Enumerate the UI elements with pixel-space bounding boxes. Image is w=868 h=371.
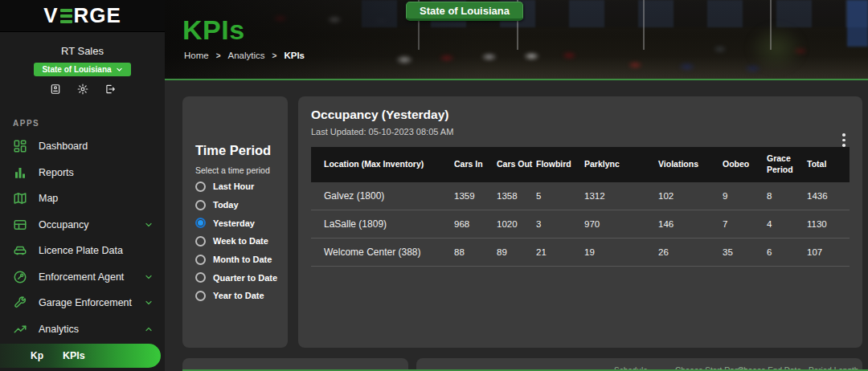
cell-parklync: 19 [584,247,658,257]
chevron-down-icon [144,298,154,308]
state-sign-badge: State of Louisiana [406,2,523,21]
breadcrumb-analytics[interactable]: Analytics [228,51,265,60]
time-period-panel: Time Period Select a time period Last Ho… [182,96,288,348]
sidebar-item-enforcement-agent[interactable]: Enforcement Agent [0,264,165,291]
kebab-menu-icon[interactable] [838,133,850,148]
settings-gear-icon[interactable] [77,84,88,95]
cell-oobeo: 7 [723,219,767,229]
logo-letters-rge: RGE [74,3,121,28]
agent-circle-icon [13,270,27,284]
radio-year-to-date[interactable]: Year to Date [195,287,276,305]
cell-violations: 146 [658,219,723,229]
breadcrumb-home[interactable]: Home [184,51,209,60]
region-dropdown[interactable]: State of Louisiana [34,63,130,76]
map-icon [13,191,27,206]
logout-icon[interactable] [104,84,116,95]
verge-logo: V RGE [43,3,121,28]
cell-parklync: 1312 [584,191,658,201]
content-area: Time Period Select a time period Last Ho… [165,82,868,371]
cell-location: LaSalle (1809) [311,218,454,230]
sidebar-item-occupancy[interactable]: Occupancy [0,212,165,238]
sidebar-item-label: Garage Enforcement [39,297,144,308]
table-row-lasalle: LaSalle (1809) 968 1020 3 970 146 7 4 11… [311,210,850,238]
account-section: RT Sales State of Louisiana [0,32,165,95]
occupancy-panel: Occupancy (Yesterday) Last Updated: 05-1… [298,96,862,348]
breadcrumb: Home > Analytics > KPIs [184,51,305,60]
cell-cars-in: 88 [454,247,497,257]
radio-circle-icon [195,272,206,283]
sidebar-item-dashboard[interactable]: Dashboard [0,133,165,160]
layout-icon [13,218,27,232]
breadcrumb-separator: > [216,51,221,60]
col-cars-out: Cars Out [497,154,536,175]
col-violations: Violations [658,154,723,175]
sidebar-item-map[interactable]: Map [0,186,165,212]
col-parklync: Parklync [584,154,658,175]
col-oobeo: Oobeo [723,154,767,175]
radio-circle-icon [195,255,206,265]
sidebar-item-reports[interactable]: Reports [0,160,165,186]
radio-label: Month to Date [213,255,272,264]
cell-flowbird: 5 [536,191,584,201]
id-badge-icon[interactable] [50,84,61,95]
account-name: RT Sales [0,45,165,57]
table-row-galvez: Galvez (1800) 1359 1358 5 1312 102 9 8 1… [311,182,850,210]
cell-violations: 102 [658,191,723,201]
table-header-row: Location (Max Inventory) Cars In Cars Ou… [311,147,850,182]
cell-total: 1130 [807,219,850,229]
apps-section-label: APPS [13,119,165,128]
cell-oobeo: 9 [723,191,767,201]
sidebar-item-label: Licence Plate Data [39,245,154,256]
radio-week-to-date[interactable]: Week to Date [195,232,276,251]
sidebar-item-label: Analytics [39,324,144,335]
dashboard-grid-icon [13,139,27,153]
cell-cars-out: 1358 [497,191,536,201]
radio-quarter-to-date[interactable]: Quarter to Date [195,268,276,287]
col-grace-period: Grace Period [767,149,807,180]
col-location: Location (Max Inventory) [311,154,454,175]
chevron-up-icon [144,324,154,334]
chevron-down-icon [116,66,123,73]
occupancy-title: Occupancy (Yesterday) [311,108,850,122]
sidebar-item-label: Map [39,193,154,204]
radio-label: Quarter to Date [213,273,277,283]
cell-cars-in: 1359 [454,191,497,201]
radio-yesterday-selected[interactable]: Yesterday [195,214,276,232]
time-period-subtitle: Select a time period [195,165,276,175]
cell-violations: 26 [658,247,723,257]
occupancy-last-updated: Last Updated: 05-10-2023 08:05 AM [311,127,850,137]
sidebar-item-analytics[interactable]: Analytics [0,316,165,343]
time-period-title: Time Period [195,143,276,158]
region-dropdown-label: State of Louisiana [42,65,111,74]
sidebar-item-label: Enforcement Agent [39,271,144,283]
page-title: KPIs [182,14,245,46]
col-flowbird: Flowbird [536,154,584,175]
col-total: Total [807,154,850,175]
radio-circle-icon [195,291,206,301]
sidebar-item-label: Occupancy [39,219,144,230]
radio-label: Week to Date [213,236,268,246]
radio-label: Last Hour [213,181,254,191]
radio-label: Today [213,200,239,210]
sidebar-item-garage-enforcement[interactable]: Garage Enforcement [0,290,165,316]
breadcrumb-kpis-current[interactable]: KPIs [284,51,305,60]
cell-grace-period: 6 [767,247,807,257]
cell-total: 107 [807,247,850,257]
logo-letter-v: V [43,3,58,28]
cell-location: Galvez (1800) [311,190,454,202]
sidebar-item-kpis-active[interactable]: Kp KPIs [0,344,161,368]
cell-oobeo: 35 [723,247,767,257]
breadcrumb-separator: > [272,51,277,60]
sidebar: V RGE RT Sales State of Louisiana APPS D… [0,0,165,371]
trending-up-icon [13,322,27,336]
cell-parklync: 970 [584,219,658,229]
logo-band: V RGE [0,0,165,32]
radio-today[interactable]: Today [195,196,276,214]
cell-total: 1436 [807,191,850,201]
sidebar-item-licence-plate-data[interactable]: Licence Plate Data [0,238,165,264]
col-cars-in: Cars In [454,154,497,175]
page-header: State of Louisiana KPIs Home > Analytics… [165,0,868,80]
radio-last-hour[interactable]: Last Hour [195,177,276,196]
radio-month-to-date[interactable]: Month to Date [195,251,276,269]
table-row-welcome-center: Welcome Center (388) 88 89 21 19 26 35 6… [311,238,850,267]
